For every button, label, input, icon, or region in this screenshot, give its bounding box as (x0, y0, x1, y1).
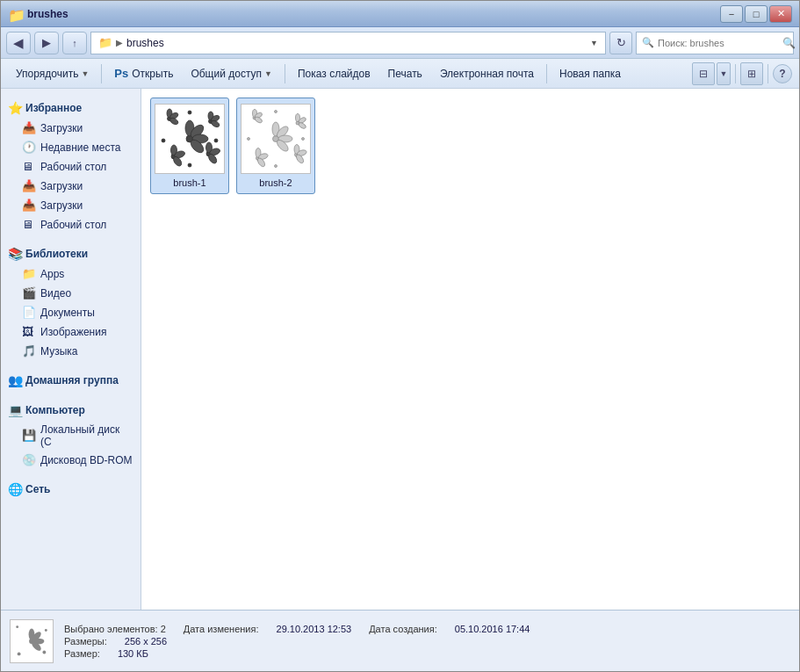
sidebar-item-downloads-3[interactable]: 📥 Загрузки (1, 196, 141, 215)
print-button[interactable]: Печать (380, 62, 430, 85)
toolbar-separator-3 (546, 64, 547, 83)
size-dims-label: Размеры: (64, 636, 107, 647)
up-button[interactable]: ↑ (62, 32, 87, 54)
svg-point-48 (248, 138, 250, 141)
sidebar-item-label: Изображения (40, 326, 106, 338)
file-item-brush-1[interactable]: brush-1 (150, 98, 229, 194)
minimize-button[interactable]: − (720, 5, 743, 23)
svg-point-50 (275, 111, 277, 113)
sidebar-item-desktop-1[interactable]: 🖥 Рабочий стол (1, 157, 141, 177)
open-label: Открыть (132, 68, 173, 80)
sidebar-item-label: Видео (40, 287, 71, 300)
sidebar-item-apps[interactable]: 📁 Apps (1, 264, 141, 284)
modified-date-label: Дата изменения: (184, 624, 259, 634)
status-row-3: Размер: 130 КБ (64, 648, 790, 659)
favorites-section[interactable]: ⭐ Избранное (1, 96, 141, 119)
file-area[interactable]: brush-1 (141, 89, 799, 610)
addressbar: ◀ ▶ ↑ 📁 ▶ brushes ▼ ↻ 🔍 🔍 (1, 27, 799, 59)
refresh-button[interactable]: ↻ (609, 32, 632, 54)
file-item-brush-2[interactable]: brush-2 (236, 98, 315, 194)
sidebar-divider-4 (1, 470, 141, 477)
search-submit-icon[interactable]: 🔍 (782, 37, 796, 49)
brush-1-preview (156, 105, 223, 172)
open-button[interactable]: Ps Открыть (106, 62, 181, 85)
network-label: Сеть (25, 483, 50, 495)
toolbar-separator-1 (101, 64, 102, 83)
close-button[interactable]: ✕ (769, 5, 792, 23)
computer-icon: 💻 (8, 403, 22, 417)
sidebar-item-local-disk[interactable]: 💾 Локальный диск (C (1, 421, 141, 451)
computer-section[interactable]: 💻 Компьютер (1, 398, 141, 421)
size-value: 130 КБ (118, 648, 148, 659)
apps-icon: 📁 (22, 267, 36, 281)
size-dims-value: 256 x 256 (125, 636, 167, 647)
toolbar-separator-4 (735, 64, 736, 83)
video-icon: 🎬 (22, 286, 36, 300)
window-title: brushes (27, 8, 68, 20)
music-icon: 🎵 (22, 344, 36, 358)
search-icon: 🔍 (642, 37, 654, 48)
computer-label: Компьютер (25, 404, 85, 416)
svg-point-59 (45, 629, 47, 632)
path-text: brushes (126, 37, 164, 49)
homegroup-section[interactable]: 👥 Домашняя группа (1, 368, 141, 391)
email-button[interactable]: Электронная почта (432, 62, 542, 85)
sidebar-item-label: Документы (40, 307, 95, 319)
new-folder-button[interactable]: Новая папка (551, 62, 629, 85)
help-icon: ? (779, 68, 785, 80)
size-label: Размер: (64, 648, 100, 659)
organize-button[interactable]: Упорядочить ▼ (8, 62, 97, 85)
search-box[interactable]: 🔍 🔍 (636, 32, 794, 54)
slideshow-button[interactable]: Показ слайдов (290, 62, 378, 85)
sidebar-item-downloads-1[interactable]: 📥 Загрузки (1, 119, 141, 138)
sidebar-item-label: Дисковод BD-ROM (40, 454, 133, 466)
organize-arrow-icon: ▼ (81, 69, 89, 78)
sidebar-item-music[interactable]: 🎵 Музыка (1, 342, 141, 361)
favorites-label: Избранное (25, 102, 82, 114)
sidebar-item-desktop-2[interactable]: 🖥 Рабочий стол (1, 215, 141, 235)
organize-label: Упорядочить (16, 68, 78, 80)
sidebar-item-video[interactable]: 🎬 Видео (1, 284, 141, 303)
back-button[interactable]: ◀ (6, 32, 31, 54)
sidebar-item-recent[interactable]: 🕐 Недавние места (1, 138, 141, 157)
help-button[interactable]: ? (773, 64, 792, 83)
search-input[interactable] (658, 38, 779, 48)
forward-button[interactable]: ▶ (34, 32, 59, 54)
network-section[interactable]: 🌐 Сеть (1, 477, 141, 500)
path-arrow: ▶ (116, 38, 123, 47)
view-icon: ⊟ (699, 68, 708, 80)
sidebar-item-downloads-2[interactable]: 📥 Загрузки (1, 177, 141, 196)
file-thumbnail-brush-2 (241, 104, 311, 174)
sidebar-item-documents[interactable]: 📄 Документы (1, 303, 141, 322)
sidebar-item-bd-rom[interactable]: 💿 Дисковод BD-ROM (1, 451, 141, 470)
sidebar-divider-1 (1, 235, 141, 242)
homegroup-icon: 👥 (8, 373, 22, 387)
view-dropdown-button[interactable]: ▼ (717, 62, 731, 85)
address-bar[interactable]: 📁 ▶ brushes ▼ (90, 32, 606, 54)
sidebar-item-label: Загрузки (40, 122, 83, 134)
sidebar-item-label: Локальный диск (C (40, 423, 133, 448)
maximize-button[interactable]: □ (745, 5, 768, 23)
path-dropdown-icon[interactable]: ▼ (590, 39, 598, 47)
view-dropdown-icon: ▼ (720, 69, 728, 78)
sidebar-item-label: Недавние места (40, 141, 120, 154)
sidebar: ⭐ Избранное 📥 Загрузки 🕐 Недавние места … (1, 89, 141, 610)
svg-point-49 (302, 138, 305, 141)
svg-point-23 (214, 139, 218, 142)
email-label: Электронная почта (440, 68, 534, 80)
window-controls: − □ ✕ (720, 5, 792, 23)
sidebar-item-images[interactable]: 🖼 Изображения (1, 322, 141, 342)
desktop-icon-2: 🖥 (22, 218, 36, 232)
toolbar-separator-5 (768, 64, 768, 83)
bd-rom-icon: 💿 (22, 453, 36, 467)
file-name-brush-2: brush-2 (259, 177, 292, 188)
libraries-section[interactable]: 📚 Библиотеки (1, 242, 141, 264)
libraries-label: Библиотеки (25, 248, 88, 260)
pane-toggle-button[interactable]: ⊞ (740, 62, 763, 85)
view-button[interactable]: ⊟ (692, 62, 715, 85)
recent-icon: 🕐 (22, 141, 36, 155)
folder-icon: 📁 (8, 7, 22, 21)
titlebar-left: 📁 brushes (8, 7, 68, 21)
local-disk-icon: 💾 (22, 429, 36, 443)
share-button[interactable]: Общий доступ ▼ (183, 62, 280, 85)
